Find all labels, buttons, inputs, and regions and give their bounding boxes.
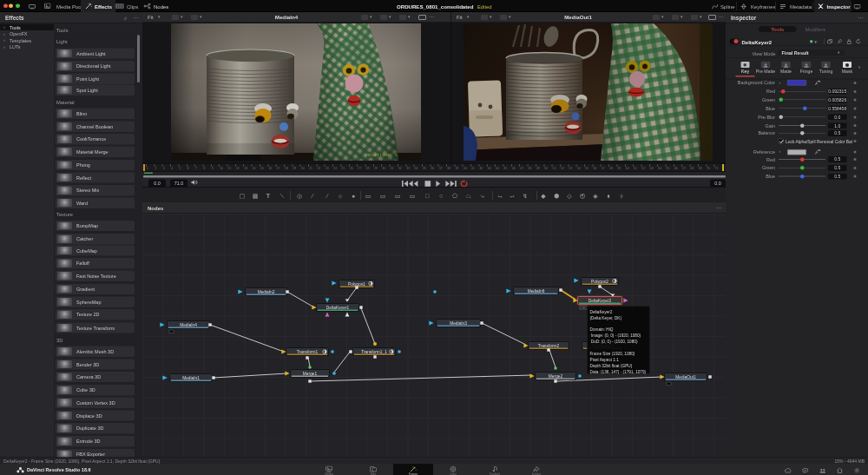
svg-text:PROJET I JENNI 1: PROJET I JENNI 1 xyxy=(365,153,398,157)
